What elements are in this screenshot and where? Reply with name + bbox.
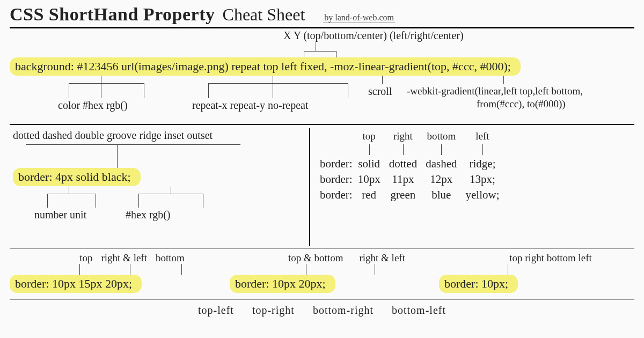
cell: solid xyxy=(358,156,389,172)
border-style-alternatives: dotted dashed double groove ridge inset … xyxy=(13,129,305,142)
section-background: X Y (top/bottom/center) (left/right/cent… xyxy=(10,30,634,120)
connector xyxy=(101,83,101,98)
cell: 12px xyxy=(426,172,465,187)
cell: 10px xyxy=(358,172,389,187)
border-width-alternatives: number unit xyxy=(34,209,86,221)
border-left-panel: dotted dashed double groove ridge inset … xyxy=(10,128,310,246)
connector xyxy=(144,83,144,98)
corner-tr: top-right xyxy=(252,304,295,316)
cell: red xyxy=(358,187,389,203)
lbl-top: top xyxy=(79,252,92,264)
cell: green xyxy=(389,187,426,203)
row-label: border: xyxy=(320,172,358,187)
border-radius-corner-labels: top-left top-right bottom-right bottom-l… xyxy=(10,304,634,317)
connector xyxy=(273,83,273,98)
section-border: dotted dashed double groove ridge inset … xyxy=(10,128,634,246)
col-left: left xyxy=(465,129,508,143)
connector xyxy=(26,144,240,145)
lbl-all: top right bottom left xyxy=(509,252,592,264)
divider-thin-2 xyxy=(10,299,634,300)
divider-thin-1 xyxy=(10,248,634,249)
cell: blue xyxy=(426,187,465,203)
background-shorthand-code: background: #123456 url(images/image.png… xyxy=(10,57,521,76)
connector xyxy=(203,194,203,208)
connector xyxy=(138,194,139,208)
cell: yellow; xyxy=(465,187,508,203)
corner-bl: bottom-left xyxy=(392,304,446,316)
border-2-values: top & bottom right & left border: 10px 2… xyxy=(230,252,423,293)
border-1-code: border: 10px; xyxy=(439,275,518,293)
corner-tl: top-left xyxy=(198,304,234,316)
border-right-panel: top right bottom left border: solid dott… xyxy=(310,128,634,246)
col-right: right xyxy=(389,129,426,143)
cell: dashed xyxy=(426,156,465,172)
connector xyxy=(47,194,48,208)
connector xyxy=(273,76,273,83)
connector xyxy=(171,186,171,194)
title-main: CSS ShortHand Property xyxy=(10,4,215,25)
border-style-row: border: solid dotted dashed ridge; xyxy=(320,156,508,172)
divider-top xyxy=(10,27,634,28)
connector xyxy=(69,83,69,98)
section-border-value-counts: top right & left bottom border: 10px 15p… xyxy=(10,252,634,293)
title-row: CSS ShortHand Property Cheat Sheet by la… xyxy=(10,4,634,25)
background-webkit-line2: from(#ccc), to(#000)) xyxy=(477,98,566,110)
connector xyxy=(47,194,96,194)
cell: 11px xyxy=(389,172,426,187)
background-webkit-line1: -webkit-gradient(linear,left top,left bo… xyxy=(407,85,583,97)
row-label: border: xyxy=(320,156,358,172)
connector xyxy=(382,76,383,84)
background-attachment-alt: scroll xyxy=(368,85,392,98)
byline: by land-of-web.com xyxy=(323,13,395,23)
connector xyxy=(304,51,336,52)
connector xyxy=(208,83,209,98)
background-repeat-alternatives: repeat-x repeat-y no-repeat xyxy=(192,99,309,112)
connector xyxy=(503,76,504,84)
connector xyxy=(348,83,348,98)
connector xyxy=(96,194,96,208)
col-top: top xyxy=(358,129,389,143)
lbl-tb: top & bottom xyxy=(288,252,343,264)
border-2-code: border: 10px 20px; xyxy=(230,275,335,293)
connector xyxy=(138,194,203,194)
position-hint: X Y (top/bottom/center) (left/right/cent… xyxy=(283,30,464,42)
cell: ridge; xyxy=(465,156,508,172)
col-bottom: bottom xyxy=(426,129,465,143)
border-width-row: border: 10px 11px 12px 13px; xyxy=(320,172,508,187)
corner-br: bottom-right xyxy=(313,304,374,316)
connector xyxy=(69,186,69,194)
connector xyxy=(316,42,316,51)
title-sub: Cheat Sheet xyxy=(223,5,305,25)
border-3-values: top right & left bottom border: 10px 15p… xyxy=(10,252,214,293)
border-color-alternatives: #hex rgb() xyxy=(126,209,171,221)
border-3-code: border: 10px 15px 20px; xyxy=(10,275,142,293)
border-sides-table: top right bottom left border: solid dott… xyxy=(320,129,508,203)
border-1-value: top right bottom left border: 10px; xyxy=(439,252,621,293)
connector xyxy=(208,83,348,84)
connector xyxy=(101,76,101,83)
border-color-row: border: red green blue yellow; xyxy=(320,187,508,203)
border-shorthand-code: border: 4px solid black; xyxy=(13,168,141,186)
lbl-bot: bottom xyxy=(156,252,185,264)
connector xyxy=(69,83,144,84)
cell: dotted xyxy=(389,156,426,172)
row-label: border: xyxy=(320,187,358,203)
divider-mid-1 xyxy=(10,124,634,125)
lbl-rl: right & left xyxy=(359,252,405,264)
background-color-alternatives: color #hex rgb() xyxy=(58,99,128,112)
connector xyxy=(117,144,118,168)
cell: 13px; xyxy=(465,172,508,187)
lbl-rl: right & left xyxy=(101,252,147,264)
